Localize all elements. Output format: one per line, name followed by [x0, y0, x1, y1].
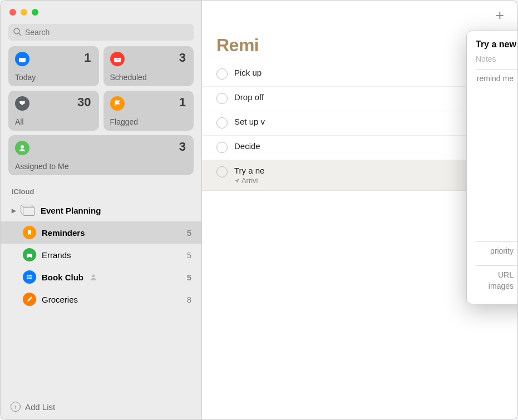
fullscreen-icon[interactable]	[32, 9, 38, 16]
reminder-title: Decide	[234, 141, 260, 151]
smart-list-assigned[interactable]: 3 Assigned to Me	[8, 135, 194, 175]
group-icon	[21, 205, 35, 216]
sidebar-item-event-planning[interactable]: ▶ Event Planning	[1, 199, 201, 221]
today-label: Today	[15, 73, 36, 82]
svg-point-16	[27, 278, 28, 279]
flagged-label: Flagged	[110, 117, 139, 126]
svg-point-0	[14, 28, 19, 34]
page-title: Remi	[216, 35, 259, 56]
add-list-label: Add List	[25, 402, 55, 412]
search-input[interactable]	[8, 24, 194, 41]
complete-checkbox[interactable]	[216, 93, 228, 104]
sidebar-item-book-club[interactable]: Book Club 5	[1, 266, 201, 288]
list-count: 5	[187, 273, 191, 282]
url-label: URL	[476, 270, 518, 279]
svg-point-9	[21, 145, 24, 149]
today-count: 1	[84, 51, 91, 65]
flag-icon	[110, 96, 125, 111]
svg-point-10	[27, 256, 28, 258]
person-icon	[15, 141, 29, 155]
svg-rect-5	[114, 56, 121, 58]
disclosure-triangle-icon[interactable]: ▶	[12, 207, 16, 214]
shared-icon	[89, 273, 98, 281]
pencil-icon	[23, 293, 36, 306]
sidebar-item-groceries[interactable]: Groceries 8	[1, 288, 201, 310]
calendar-icon	[110, 52, 125, 66]
smart-list-all[interactable]: 30 All	[8, 91, 99, 131]
add-reminder-button[interactable]: +	[492, 7, 507, 24]
tray-icon	[15, 96, 29, 111]
svg-rect-15	[28, 276, 32, 277]
calendar-day-icon	[15, 52, 29, 66]
list-label: Groceries	[42, 295, 78, 304]
svg-point-12	[27, 275, 28, 276]
svg-rect-17	[28, 278, 32, 279]
flagged-count: 1	[179, 95, 186, 110]
sidebar-item-reminders[interactable]: Reminders 5	[1, 221, 201, 244]
sidebar: 1 Today 3 Scheduled 30 All 1 Flagged 3	[1, 1, 202, 419]
svg-point-14	[27, 276, 28, 278]
all-label: All	[15, 117, 24, 126]
svg-line-1	[19, 33, 21, 36]
reminder-title: Set up v	[234, 117, 265, 126]
svg-point-7	[117, 59, 118, 60]
svg-point-11	[31, 256, 32, 258]
reminders-window: 1 Today 3 Scheduled 30 All 1 Flagged 3	[0, 0, 518, 420]
all-count: 30	[77, 95, 91, 110]
list-count: 5	[187, 228, 191, 238]
svg-rect-3	[19, 56, 26, 58]
list-bullet-icon	[23, 270, 36, 284]
assigned-count: 3	[179, 140, 186, 154]
reminder-title: Try a ne	[234, 166, 264, 175]
bookmark-icon	[23, 226, 36, 239]
complete-checkbox[interactable]	[216, 166, 228, 177]
plus-circle-icon: +	[11, 402, 21, 412]
location-arrow-icon	[234, 178, 240, 184]
list-label: Reminders	[42, 228, 85, 238]
minimize-icon[interactable]	[21, 9, 27, 16]
reminder-details-popover: Try a new coffee Notes remind me On a Da…	[466, 31, 518, 304]
sidebar-item-errands[interactable]: Errands 5	[1, 244, 201, 266]
smart-list-scheduled[interactable]: 3 Scheduled	[103, 46, 194, 86]
scheduled-label: Scheduled	[110, 73, 147, 82]
notes-field[interactable]: Notes	[476, 55, 518, 63]
smart-list-today[interactable]: 1 Today	[8, 46, 99, 86]
svg-point-6	[115, 59, 116, 60]
main-pane: + Remi 5 Pick up Drop off Set up v Decid…	[202, 1, 517, 419]
add-list-button[interactable]: + Add List	[1, 394, 201, 419]
assigned-label: Assigned to Me	[15, 162, 69, 171]
window-controls	[1, 1, 201, 24]
scheduled-count: 3	[179, 51, 186, 65]
remind-me-label: remind me	[476, 74, 518, 231]
detail-title[interactable]: Try a new coffee	[476, 39, 518, 50]
complete-checkbox[interactable]	[216, 117, 228, 129]
list-label: Errands	[42, 250, 71, 260]
complete-checkbox[interactable]	[216, 142, 228, 153]
reminder-title: Pick up	[234, 68, 262, 77]
complete-checkbox[interactable]	[216, 68, 228, 80]
list-count: 5	[187, 250, 191, 260]
svg-point-18	[92, 275, 95, 278]
priority-label: priority	[476, 246, 518, 255]
smart-list-flagged[interactable]: 1 Flagged	[103, 91, 194, 131]
images-label: images	[476, 281, 518, 291]
reminder-subtitle: Arrivi	[234, 176, 264, 185]
list-label: Book Club	[42, 273, 83, 282]
svg-rect-13	[28, 275, 32, 275]
svg-point-8	[118, 59, 119, 60]
account-section-label: iCloud	[1, 175, 201, 199]
list-count: 8	[187, 295, 191, 304]
list-label: Event Planning	[41, 206, 101, 215]
reminder-title: Drop off	[234, 92, 264, 102]
car-icon	[23, 248, 36, 261]
search-icon	[13, 27, 22, 36]
close-icon[interactable]	[9, 9, 16, 16]
